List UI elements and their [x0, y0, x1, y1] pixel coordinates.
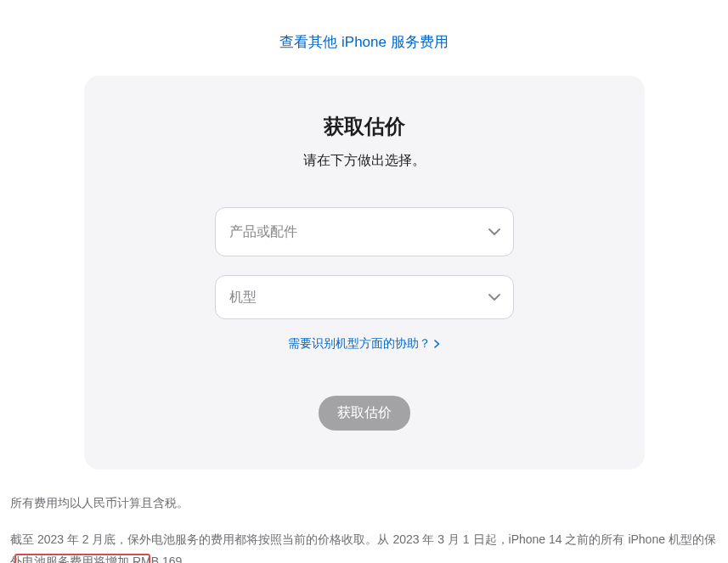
model-select[interactable]: 机型: [215, 275, 514, 319]
help-link-label: 需要识别机型方面的协助？: [288, 336, 431, 352]
footer-note-1: 所有费用均以人民币计算且含税。: [8, 492, 720, 515]
identify-model-help-link[interactable]: 需要识别机型方面的协助？: [288, 336, 440, 352]
footer-note-2-text: 截至 2023 年 2 月底，保外电池服务的费用都将按照当前的价格收取。从 20…: [10, 532, 716, 563]
card-subtitle: 请在下方做出选择。: [118, 152, 611, 170]
product-select[interactable]: 产品或配件: [215, 207, 514, 256]
model-select-wrap: 机型: [215, 275, 514, 319]
product-select-placeholder: 产品或配件: [229, 223, 297, 241]
footer-note-2: 截至 2023 年 2 月底，保外电池服务的费用都将按照当前的价格收取。从 20…: [8, 528, 720, 563]
get-estimate-button[interactable]: 获取估价: [319, 396, 410, 431]
product-select-wrap: 产品或配件: [215, 207, 514, 256]
page-container: 查看其他 iPhone 服务费用 获取估价 请在下方做出选择。 产品或配件 机型…: [0, 0, 728, 563]
card-title: 获取估价: [118, 113, 611, 140]
top-link-wrap: 查看其他 iPhone 服务费用: [8, 0, 720, 76]
other-services-link[interactable]: 查看其他 iPhone 服务费用: [279, 34, 448, 50]
model-select-placeholder: 机型: [229, 289, 257, 307]
chevron-right-icon: [434, 340, 440, 348]
estimate-card: 获取估价 请在下方做出选择。 产品或配件 机型 需要识别机型方面的协助？: [84, 76, 645, 470]
